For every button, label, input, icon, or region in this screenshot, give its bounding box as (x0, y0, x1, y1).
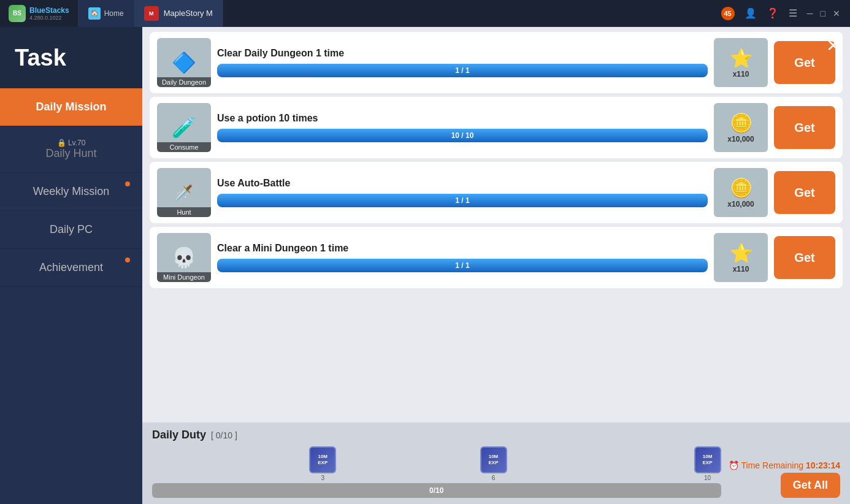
reward-amount: x10,000 (727, 135, 754, 143)
task-reward: 🪙 x10,000 (714, 168, 768, 217)
time-remaining-value: 10:23:14 (806, 460, 840, 470)
task-icon-daily-dungeon: 🔷 Daily Dungeon (157, 38, 211, 87)
duty-progress-bar: 0/10 (152, 483, 721, 498)
bluestacks-name: BlueStacks (29, 6, 69, 15)
main-area: Task Daily Mission 🔒 Lv.70 Daily Hunt We… (0, 27, 850, 504)
close-button[interactable]: ✕ (826, 36, 840, 56)
task-icon-label: Consume (157, 142, 211, 152)
sidebar-item-weekly-mission[interactable]: Weekly Mission (0, 173, 142, 211)
table-row: 🔷 Daily Dungeon Clear Daily Dungeon 1 ti… (150, 32, 843, 93)
sidebar-item-label: Daily Hunt (45, 147, 96, 160)
game-tab-label: MapleStory M (164, 9, 213, 18)
duty-title: Daily Duty (152, 429, 206, 441)
home-tab[interactable]: 🏠 Home (78, 0, 134, 27)
task-icon-label: Hunt (157, 207, 211, 217)
reward-icon: ⭐ (730, 47, 752, 69)
get-all-button[interactable]: Get All (781, 473, 840, 498)
progress-text: 1 / 1 (217, 259, 708, 272)
sidebar-item-daily-mission[interactable]: Daily Mission (0, 88, 142, 126)
progress-text: 1 / 1 (217, 194, 708, 207)
tasks-list: 🔷 Daily Dungeon Clear Daily Dungeon 1 ti… (142, 27, 850, 422)
progress-bar: 1 / 1 (217, 194, 708, 207)
task-reward: 🪙 x10,000 (714, 103, 768, 152)
clock-icon: ⏰ (729, 460, 739, 470)
sidebar-item-label: Daily Mission (36, 101, 106, 113)
daily-duty-section: Daily Duty [ 0/10 ] 10MEXP 3 (142, 422, 850, 504)
sidebar-item-daily-pc[interactable]: Daily PC (0, 211, 142, 249)
task-reward: ⭐ x110 (714, 233, 768, 282)
task-title: Clear a Mini Dungeon 1 time (217, 243, 708, 254)
progress-bar: 1 / 1 (217, 259, 708, 272)
home-tab-label: Home (104, 9, 124, 18)
task-reward: ⭐ x110 (714, 38, 768, 87)
sidebar: Task Daily Mission 🔒 Lv.70 Daily Hunt We… (0, 27, 142, 504)
task-icon-label: Mini Dungeon (157, 272, 211, 282)
time-remaining: ⏰ Time Remaining 10:23:14 (729, 460, 840, 470)
task-title: Clear Daily Dungeon 1 time (217, 48, 708, 59)
page-header: Task (0, 27, 142, 88)
time-remaining-label: Time Remaining (741, 460, 803, 470)
task-title: Use a potion 10 times (217, 113, 708, 124)
notification-icon: 45 (721, 7, 735, 20)
daily-hunt-level: 🔒 Lv.70 (57, 139, 86, 147)
milestone-3: 10MEXP 3 (309, 446, 336, 481)
task-title: Use Auto-Battle (217, 178, 708, 189)
reward-amount: x110 (733, 265, 749, 273)
content-area: ✕ 🔷 Daily Dungeon Clear Daily Dungeon 1 … (142, 27, 850, 504)
duty-count: [ 0/10 ] (211, 430, 237, 440)
title-bar: BS BlueStacks 4.280.0.1022 🏠 Home M Mapl… (0, 0, 850, 27)
user-icon[interactable]: 👤 (745, 7, 757, 19)
sidebar-items: Daily Mission 🔒 Lv.70 Daily Hunt Weekly … (0, 88, 142, 287)
notification-badge[interactable]: 45 (721, 7, 735, 20)
bluestacks-icon: BS (9, 5, 26, 22)
progress-bar: 1 / 1 (217, 64, 708, 77)
game-tab-icon: M (144, 6, 159, 21)
game-tab[interactable]: M MapleStory M (134, 0, 223, 27)
get-button[interactable]: Get (774, 171, 835, 214)
bluestacks-tab[interactable]: BS BlueStacks 4.280.0.1022 (0, 0, 78, 27)
home-icon: 🏠 (88, 7, 101, 20)
page-title: Task (15, 45, 66, 71)
sidebar-item-label: Daily PC (50, 223, 93, 235)
sidebar-item-daily-hunt[interactable]: 🔒 Lv.70 Daily Hunt (0, 126, 142, 173)
bluestacks-version: 4.280.0.1022 (29, 15, 69, 21)
help-icon[interactable]: ❓ (767, 7, 779, 19)
reward-icon: 🪙 (730, 177, 752, 199)
task-icon-label: Daily Dungeon (157, 77, 211, 87)
restore-button[interactable]: □ (821, 9, 825, 18)
reward-icon: ⭐ (730, 242, 752, 264)
duty-bar-text: 0/10 (152, 483, 721, 498)
sidebar-item-achievement[interactable]: Achievement (0, 249, 142, 287)
reward-amount: x110 (733, 70, 749, 78)
reward-icon: 🪙 (730, 112, 752, 134)
get-button[interactable]: Get (774, 106, 835, 149)
menu-icon[interactable]: ☰ (789, 7, 797, 19)
progress-text: 10 / 10 (217, 129, 708, 142)
get-button[interactable]: Get (774, 236, 835, 279)
milestone-6: 10MEXP 6 (480, 446, 507, 481)
table-row: 🗡️ Hunt Use Auto-Battle 1 / 1 🪙 x10,000 … (150, 162, 843, 223)
task-icon-mini-dungeon: 💀 Mini Dungeon (157, 233, 211, 282)
minimize-button[interactable]: ─ (807, 9, 813, 18)
milestone-10: 10MEXP 10 (694, 446, 721, 481)
task-icon-hunt: 🗡️ Hunt (157, 168, 211, 217)
sidebar-item-label: Weekly Mission (33, 185, 110, 197)
weekly-dot (125, 181, 130, 186)
table-row: 🧪 Consume Use a potion 10 times 10 / 10 … (150, 97, 843, 158)
close-window-button[interactable]: ✕ (833, 9, 840, 18)
reward-amount: x10,000 (727, 200, 754, 208)
task-icon-consume: 🧪 Consume (157, 103, 211, 152)
table-row: 💀 Mini Dungeon Clear a Mini Dungeon 1 ti… (150, 227, 843, 288)
progress-bar: 10 / 10 (217, 129, 708, 142)
sidebar-item-label: Achievement (39, 261, 103, 273)
achievement-dot (125, 258, 130, 262)
progress-text: 1 / 1 (217, 64, 708, 77)
